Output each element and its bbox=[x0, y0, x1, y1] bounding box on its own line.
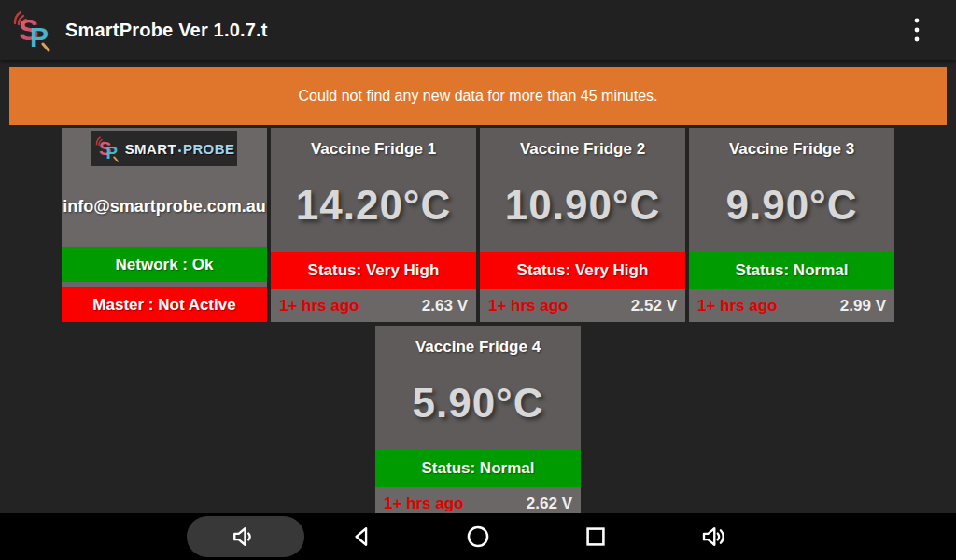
last-update-age: 1+ hrs ago bbox=[488, 297, 569, 315]
battery-voltage: 2.52 V bbox=[631, 297, 677, 315]
app-bar: S P SmartProbe Ver 1.0.7.t bbox=[0, 0, 956, 60]
fridge-card[interactable]: Vaccine Fridge 3 9.90°C Status: Normal 1… bbox=[689, 128, 894, 322]
volume-down-icon bbox=[229, 523, 257, 551]
back-icon bbox=[349, 524, 375, 550]
battery-voltage: 2.99 V bbox=[840, 297, 886, 315]
network-status-badge: Network : Ok bbox=[62, 247, 267, 282]
overflow-menu-button[interactable] bbox=[900, 13, 934, 47]
master-status-badge: Master : Not Active bbox=[62, 287, 267, 322]
fridge-card[interactable]: Vaccine Fridge 2 10.90°C Status: Very Hi… bbox=[480, 128, 685, 322]
temperature-wrap: 5.90°C bbox=[375, 357, 581, 450]
card-footer: 1+ hrs ago 2.63 V bbox=[271, 289, 476, 322]
fridge-name: Vaccine Fridge 3 bbox=[689, 140, 894, 159]
fridge-temperature: 10.90°C bbox=[505, 182, 660, 229]
cards-row-2: Vaccine Fridge 4 5.90°C Status: Normal 1… bbox=[375, 326, 581, 520]
alert-banner: Could not find any new data for more tha… bbox=[9, 67, 947, 125]
card-footer: 1+ hrs ago 2.99 V bbox=[689, 289, 894, 322]
smartprobe-wordmark: S P SMART PROBE bbox=[91, 131, 237, 166]
navigation-bar bbox=[0, 513, 956, 560]
smartprobe-logo-icon: S P bbox=[94, 134, 122, 162]
alert-message: Could not find any new data for more tha… bbox=[298, 88, 657, 105]
volume-up-icon bbox=[699, 523, 727, 551]
home-button[interactable] bbox=[456, 514, 500, 559]
recents-icon bbox=[583, 524, 609, 550]
volume-up-button[interactable] bbox=[691, 514, 736, 559]
back-button[interactable] bbox=[340, 514, 385, 559]
wordmark-probe: PROBE bbox=[183, 141, 234, 157]
last-update-age: 1+ hrs ago bbox=[697, 297, 778, 315]
card-footer: 1+ hrs ago 2.52 V bbox=[480, 289, 685, 322]
battery-voltage: 2.63 V bbox=[422, 297, 468, 315]
fridge-name: Vaccine Fridge 1 bbox=[271, 140, 476, 159]
volume-down-button[interactable] bbox=[220, 514, 265, 559]
screen: S P SmartProbe Ver 1.0.7.t Could not fin… bbox=[0, 0, 956, 560]
battery-voltage: 2.62 V bbox=[527, 495, 572, 513]
wordmark-smart: SMART bbox=[125, 141, 176, 157]
temperature-wrap: 10.90°C bbox=[480, 159, 685, 252]
fridge-card[interactable]: Vaccine Fridge 4 5.90°C Status: Normal 1… bbox=[375, 326, 581, 520]
temperature-wrap: 9.90°C bbox=[689, 159, 894, 252]
temperature-wrap: 14.20°C bbox=[271, 159, 476, 252]
fridge-temperature: 9.90°C bbox=[725, 182, 857, 229]
fridge-temperature: 5.90°C bbox=[412, 380, 543, 427]
last-update-age: 1+ hrs ago bbox=[384, 495, 464, 513]
info-card: S P SMART PROBE info@smartprobe.com.au N… bbox=[62, 128, 267, 322]
smartprobe-logo-icon: S P bbox=[11, 7, 56, 52]
cards-row-1: S P SMART PROBE info@smartprobe.com.au N… bbox=[62, 128, 894, 322]
recents-button[interactable] bbox=[573, 514, 618, 559]
status-badge: Status: Normal bbox=[689, 252, 894, 289]
fridge-name: Vaccine Fridge 2 bbox=[480, 140, 685, 159]
status-badge: Status: Very High bbox=[480, 252, 685, 289]
home-icon bbox=[465, 524, 491, 550]
fridge-card[interactable]: Vaccine Fridge 1 14.20°C Status: Very Hi… bbox=[271, 128, 476, 322]
fridge-name: Vaccine Fridge 4 bbox=[375, 338, 581, 357]
kebab-menu-icon bbox=[914, 18, 920, 42]
wordmark-dot bbox=[178, 149, 181, 152]
app-title: SmartProbe Ver 1.0.7.t bbox=[65, 20, 268, 41]
last-update-age: 1+ hrs ago bbox=[279, 297, 359, 315]
status-badge: Status: Very High bbox=[271, 252, 476, 289]
fridge-temperature: 14.20°C bbox=[296, 182, 451, 229]
status-badge: Status: Normal bbox=[375, 450, 581, 487]
contact-email: info@smartprobe.com.au bbox=[62, 166, 267, 247]
